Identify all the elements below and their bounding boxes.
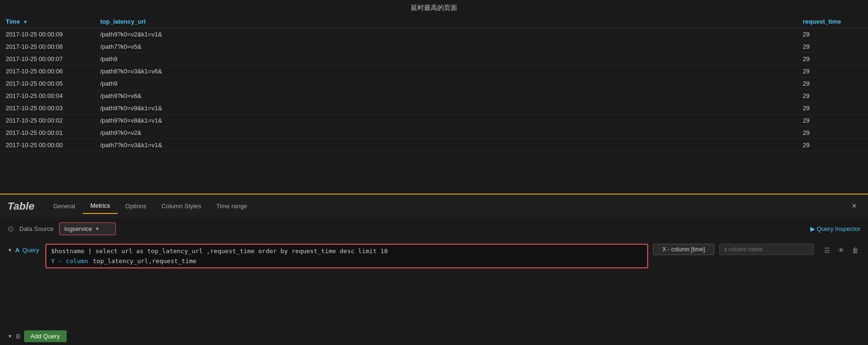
cell-reqtime: 29: [797, 139, 868, 151]
query-actions: ☰ 👁 🗑: [818, 244, 860, 255]
query-row-a: ▼ A Query $hostname | select url as top_…: [8, 244, 860, 268]
cell-reqtime: 29: [797, 28, 868, 41]
datasource-select[interactable]: logservice ▼: [59, 222, 116, 235]
data-table-area: 延时最高的页面 Time ▼ top_latency_url request_t…: [0, 0, 868, 194]
table-row: 2017-10-25 00:00:01 /path9?k0=v2& 29: [0, 127, 868, 139]
cell-time: 2017-10-25 00:00:04: [0, 90, 95, 102]
cell-time: 2017-10-25 00:00:08: [0, 41, 95, 53]
cell-reqtime: 29: [797, 78, 868, 90]
cell-reqtime: 29: [797, 102, 868, 115]
add-query-button[interactable]: Add Query: [24, 330, 67, 342]
tab-column-styles[interactable]: Column Styles: [154, 199, 209, 213]
cell-url: /path9: [95, 78, 797, 90]
tab-metrics[interactable]: Metrics: [83, 198, 118, 214]
y-column-value[interactable]: top_latency_url,request_time: [93, 257, 642, 265]
cell-url: /path9?k0=v8&k1=v1&: [95, 115, 797, 127]
cell-time: 2017-10-25 00:00:00: [0, 139, 95, 151]
table-row: 2017-10-25 00:00:03 /path9?k0=v9&k1=v1& …: [0, 102, 868, 115]
cell-url: /path7?k0=v3&k1=v1&: [95, 139, 797, 151]
table-row: 2017-10-25 00:00:07 /path9 29: [0, 53, 868, 65]
cell-time: 2017-10-25 00:00:05: [0, 78, 95, 90]
tab-options[interactable]: Options: [118, 199, 154, 213]
table-row: 2017-10-25 00:00:00 /path7?k0=v3&k1=v1& …: [0, 139, 868, 151]
table-body: 2017-10-25 00:00:09 /path9?k0=v2&k1=v1& …: [0, 28, 868, 151]
table-row: 2017-10-25 00:00:09 /path9?k0=v2&k1=v1& …: [0, 28, 868, 41]
col-time-header[interactable]: Time ▼: [0, 15, 95, 28]
cell-url: /path9?k0=v9&k1=v1&: [95, 102, 797, 115]
cell-url: /path9: [95, 53, 797, 65]
y-column-label: Y - column: [51, 257, 88, 265]
x-column-input[interactable]: [719, 244, 814, 255]
query-toggle-button[interactable]: 👁: [836, 246, 846, 255]
cell-url: /path8?k0=v3&k1=v6&: [95, 65, 797, 78]
sort-arrow-icon: ▼: [23, 19, 28, 25]
datasource-row: ⊙ Data Source logservice ▼ ▶ Query Inspe…: [0, 218, 868, 240]
col-url-header[interactable]: top_latency_url: [95, 15, 797, 28]
table-row: 2017-10-25 00:00:04 /path9?k0=v6& 29: [0, 90, 868, 102]
panel-type-label: Table: [8, 200, 35, 212]
chevron-down-icon: ▼: [95, 226, 100, 231]
add-query-row: ▼ B Add Query: [0, 327, 868, 345]
panel-title: 延时最高的页面: [0, 0, 868, 15]
table-row: 2017-10-25 00:00:06 /path8?k0=v3&k1=v6& …: [0, 65, 868, 78]
datasource-value: logservice: [64, 225, 92, 232]
query-text[interactable]: $hostname | select url as top_latency_ur…: [51, 248, 642, 255]
col-reqtime-header[interactable]: request_time: [797, 15, 868, 28]
add-query-letter: B: [16, 333, 20, 340]
cell-reqtime: 29: [797, 115, 868, 127]
cell-reqtime: 29: [797, 90, 868, 102]
cell-time: 2017-10-25 00:00:09: [0, 28, 95, 41]
query-label-group-a: ▼ A Query: [8, 244, 41, 254]
cell-url: /path7?k0=v5&: [95, 41, 797, 53]
cell-time: 2017-10-25 00:00:01: [0, 127, 95, 139]
panel-container: 延时最高的页面 Time ▼ top_latency_url request_t…: [0, 0, 868, 345]
query-delete-button[interactable]: 🗑: [850, 246, 860, 255]
table-header-row: Time ▼ top_latency_url request_time: [0, 15, 868, 28]
datasource-label: Data Source: [19, 225, 53, 232]
table-row: 2017-10-25 00:00:08 /path7?k0=v5& 29: [0, 41, 868, 53]
cell-reqtime: 29: [797, 127, 868, 139]
collapse-arrow-icon[interactable]: ▼: [8, 248, 12, 253]
cell-url: /path9?k0=v6&: [95, 90, 797, 102]
cell-time: 2017-10-25 00:00:03: [0, 102, 95, 115]
cell-url: /path9?k0=v2&k1=v1&: [95, 28, 797, 41]
query-input-area[interactable]: $hostname | select url as top_latency_ur…: [45, 244, 648, 268]
add-query-collapse-icon[interactable]: ▼: [8, 334, 12, 339]
query-section-a: ▼ A Query $hostname | select url as top_…: [0, 240, 868, 327]
y-column-row: Y - column top_latency_url,request_time: [51, 257, 642, 265]
database-icon: ⊙: [8, 224, 14, 233]
cell-time: 2017-10-25 00:00:07: [0, 53, 95, 65]
table-row: 2017-10-25 00:00:05 /path9 29: [0, 78, 868, 90]
cell-reqtime: 29: [797, 41, 868, 53]
query-menu-button[interactable]: ☰: [822, 246, 832, 255]
table-row: 2017-10-25 00:00:02 /path9?k0=v8&k1=v1& …: [0, 115, 868, 127]
x-column-tag: X - column [time]: [653, 244, 714, 255]
tab-time-range[interactable]: Time range: [208, 199, 254, 213]
tab-general[interactable]: General: [46, 199, 83, 213]
data-table: Time ▼ top_latency_url request_time 2017…: [0, 15, 868, 151]
editor-panel: Table General Metrics Options Column Sty…: [0, 194, 868, 345]
query-letter-a: A: [15, 247, 19, 254]
cell-url: /path9?k0=v2&: [95, 127, 797, 139]
cell-reqtime: 29: [797, 53, 868, 65]
query-inspector-button[interactable]: ▶ Query Inspector: [810, 225, 860, 232]
cell-reqtime: 29: [797, 65, 868, 78]
editor-header: Table General Metrics Options Column Sty…: [0, 195, 868, 218]
cell-time: 2017-10-25 00:00:06: [0, 65, 95, 78]
cell-time: 2017-10-25 00:00:02: [0, 115, 95, 127]
close-button[interactable]: ×: [848, 199, 860, 213]
query-text-label: Query: [22, 247, 39, 254]
